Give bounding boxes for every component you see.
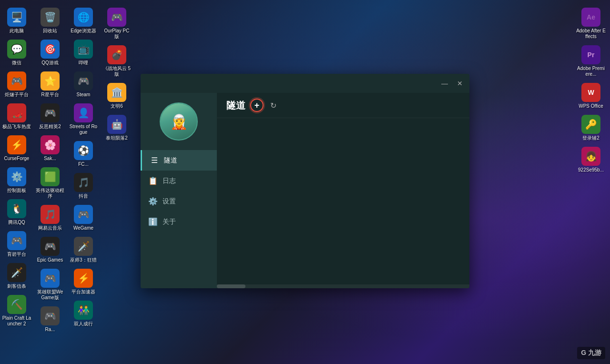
main-content: 隧道 + ↻ bbox=[217, 93, 469, 288]
desktop-icon-it-takes-two[interactable]: 👫 双人成行 bbox=[67, 298, 100, 330]
witcher-icon: 🗡️ bbox=[74, 237, 93, 256]
desktop-icon-speed[interactable]: 🏎️ 极品飞车热度 bbox=[0, 101, 33, 132]
ae-label: Adobe After Effects bbox=[576, 28, 606, 40]
streets-rogue-label: Streets of Rogue bbox=[69, 124, 98, 135]
wps-icon: W bbox=[581, 83, 600, 102]
taiko-icon: 🤖 bbox=[107, 115, 126, 134]
fc-label: FC... bbox=[78, 162, 89, 167]
sakura-icon: 🌸 bbox=[41, 135, 60, 154]
anticheat-icon: 🎮 bbox=[41, 103, 60, 122]
desktop-icon-netease[interactable]: 🎵 网易云音乐 bbox=[33, 202, 67, 234]
nav-item-about[interactable]: ℹ️ 关于 bbox=[141, 212, 217, 232]
ubisoft-label: 育碧平台 bbox=[7, 252, 26, 257]
edge-label: Edge浏览器 bbox=[71, 28, 96, 34]
desktop-icon-this-pc[interactable]: 🖥️ 此电脑 bbox=[0, 5, 33, 37]
desktop-icon-pr[interactable]: Pr Adobe Premiere... bbox=[574, 42, 608, 80]
nav-item-logs[interactable]: 📋 日志 bbox=[141, 171, 217, 191]
platform-acc-label: 平台加速器 bbox=[71, 289, 95, 295]
qq-label: 腾讯QQ bbox=[8, 220, 25, 225]
desktop-icon-girl[interactable]: 👧 922Se95b... bbox=[574, 144, 608, 176]
recycle-icon: 🗑️ bbox=[41, 8, 60, 27]
platform-acc-icon: ⚡ bbox=[74, 269, 93, 288]
desktop-icon-platform-acc[interactable]: ⚡ 平台加速器 bbox=[67, 266, 100, 298]
window-titlebar: — ✕ bbox=[141, 74, 469, 93]
bilibili-icon: 📺 bbox=[74, 40, 93, 59]
window-controls: — ✕ bbox=[439, 78, 466, 89]
close-button[interactable]: ✕ bbox=[454, 78, 466, 89]
watermark-logo: G bbox=[581, 349, 588, 356]
wegame-icon: 🎮 bbox=[41, 269, 60, 288]
avatar: 🧝 bbox=[160, 102, 198, 141]
desktop-icon-taiko[interactable]: 🤖 泰坦陨落2 bbox=[100, 112, 133, 144]
girl-label: 922Se95b... bbox=[578, 167, 604, 173]
control-label: 控制面板 bbox=[7, 188, 26, 193]
recycle-label: 回收站 bbox=[43, 28, 57, 34]
desktop-icon-ubisoft[interactable]: 🎮 育碧平台 bbox=[0, 228, 33, 260]
rockstar-icon: ⭐ bbox=[41, 71, 60, 91]
wegame-label: 英雄联盟WeGame版 bbox=[35, 289, 65, 301]
desktop-icon-nvidia[interactable]: 🟩 英伟达驱动程序 bbox=[33, 164, 67, 202]
ubisoft-icon: 🎮 bbox=[7, 231, 26, 250]
desktop-icon-curseforge[interactable]: ⚡ CurseForge bbox=[0, 132, 33, 164]
desktop-icon-qqgames[interactable]: 🎯 QQ游戏 bbox=[33, 37, 67, 69]
add-tunnel-button[interactable]: + bbox=[250, 99, 264, 112]
rockstar-label: R星平台 bbox=[41, 92, 59, 98]
girl-icon: 👧 bbox=[581, 147, 600, 166]
witcher-label: 巫师3：狂猎 bbox=[70, 257, 97, 263]
desktop-icon-ra[interactable]: 🎮 Ra... bbox=[33, 303, 67, 335]
desktop-icon-edge[interactable]: 🌐 Edge浏览器 bbox=[67, 5, 100, 37]
civ6-icon: 🏛️ bbox=[107, 83, 126, 102]
desktop-icon-fc[interactable]: ⚽ FC... bbox=[67, 138, 100, 170]
desktop-icon-witcher[interactable]: 🗡️ 巫师3：狂猎 bbox=[67, 234, 100, 266]
curseforge-icon: ⚡ bbox=[7, 135, 26, 154]
desktop-icon-battlefield[interactable]: 💣 《战地风云 5版 bbox=[100, 42, 133, 80]
desktop-icon-assassin[interactable]: 🗡️ 刺客信条 bbox=[0, 260, 33, 292]
desktop-icon-wegame[interactable]: 🎮 英雄联盟WeGame版 bbox=[33, 266, 67, 303]
desktop-icon-torch[interactable]: 🎮 炬燧子平台 bbox=[0, 69, 33, 101]
desktop-icon-plaincraft[interactable]: ⛏️ Plain Craft Launcher 2 bbox=[0, 292, 33, 330]
desktop-icon-wechat[interactable]: 💬 微信 bbox=[0, 37, 33, 69]
nav-item-settings[interactable]: ⚙️ 设置 bbox=[141, 191, 217, 212]
refresh-button[interactable]: ↻ bbox=[268, 99, 278, 112]
settings-nav-icon: ⚙️ bbox=[148, 197, 158, 206]
scrollbar-track bbox=[217, 284, 469, 288]
desktop-icon-epic[interactable]: 🎮 Epic Games bbox=[33, 234, 67, 266]
assassin-icon: 🗡️ bbox=[7, 263, 26, 282]
desktop-icon-wegame2[interactable]: 🎮 WeGame bbox=[67, 202, 100, 234]
desktop-icon-qq[interactable]: 🐧 腾讯QQ bbox=[0, 196, 33, 228]
desktop-icon-tiktok[interactable]: 🎵 抖音 bbox=[67, 170, 100, 202]
desktop-icon-ourplay[interactable]: 🎮 OurPlay PC版 bbox=[100, 5, 133, 42]
desktop-icon-control[interactable]: ⚙️ 控制面板 bbox=[0, 164, 33, 196]
app-window: — ✕ 🧝 ☰ 隧道 📋 日志 bbox=[141, 74, 469, 288]
netease-icon: 🎵 bbox=[41, 205, 60, 224]
ra-label: Ra... bbox=[45, 327, 55, 333]
desktop-icon-bilibili[interactable]: 📺 哔哩 bbox=[67, 37, 100, 69]
speed-label: 极品飞车热度 bbox=[2, 124, 31, 130]
nvidia-label: 英伟达驱动程序 bbox=[35, 188, 65, 199]
content-title: 隧道 bbox=[226, 99, 245, 112]
battlefield-label: 《战地风云 5版 bbox=[102, 66, 132, 77]
content-header: 隧道 + ↻ bbox=[217, 93, 469, 118]
desktop-icon-civ6[interactable]: 🏛️ 文明6 bbox=[100, 80, 133, 112]
nvidia-icon: 🟩 bbox=[41, 167, 60, 186]
desktop-icon-denglu[interactable]: 🔑 登录辅2 bbox=[574, 112, 608, 144]
desktop-icon-anticheat[interactable]: 🎮 反恶精英2 bbox=[33, 101, 67, 132]
desktop-icon-recycle[interactable]: 🗑️ 回收站 bbox=[33, 5, 67, 37]
desktop-icon-sakura[interactable]: 🌸 Sak... bbox=[33, 132, 67, 164]
desktop-icon-wps[interactable]: W WPS Office bbox=[574, 80, 608, 112]
nav-item-tunnel[interactable]: ☰ 隧道 bbox=[141, 150, 217, 171]
desktop-icon-rockstar[interactable]: ⭐ R星平台 bbox=[33, 69, 67, 101]
logs-nav-icon: 📋 bbox=[148, 176, 158, 185]
pr-icon: Pr bbox=[581, 45, 600, 64]
desktop-icon-streets-rogue[interactable]: 👤 Streets of Rogue bbox=[67, 101, 100, 138]
ae-icon: Ae bbox=[581, 8, 600, 27]
it-takes-two-label: 双人成行 bbox=[74, 321, 93, 327]
minimize-button[interactable]: — bbox=[439, 78, 450, 89]
tunnel-nav-icon: ☰ bbox=[150, 156, 159, 165]
ourplay-icon: 🎮 bbox=[107, 8, 126, 27]
desktop-icon-ae[interactable]: Ae Adobe After Effects bbox=[574, 5, 608, 42]
desktop-icon-steam[interactable]: 🎮 Steam bbox=[67, 69, 100, 101]
scrollbar-thumb[interactable] bbox=[217, 284, 245, 288]
watermark-text: 九游 bbox=[588, 349, 601, 356]
control-icon: ⚙️ bbox=[7, 167, 26, 186]
